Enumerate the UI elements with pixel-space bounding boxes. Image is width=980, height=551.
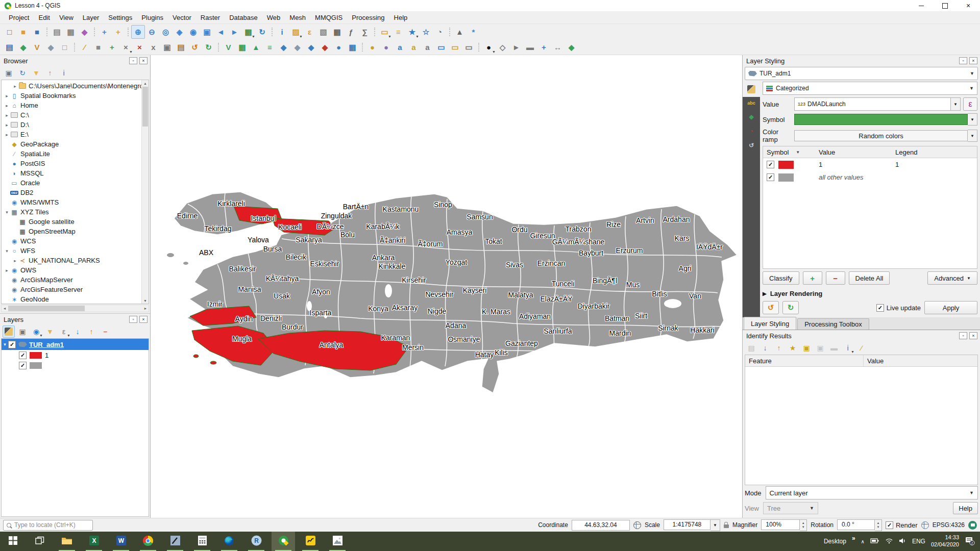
crs-globe-icon[interactable]: [921, 521, 929, 529]
add-xyz-layer[interactable]: ▦: [346, 40, 359, 54]
menu-database[interactable]: Database: [225, 12, 262, 23]
browser-float-button[interactable]: ▫: [129, 57, 137, 64]
add-vector-layer[interactable]: V: [222, 40, 235, 54]
expander-icon[interactable]: ▾: [4, 210, 10, 215]
layout-manager[interactable]: ▦: [64, 25, 78, 39]
filter-legend[interactable]: ▼: [44, 325, 56, 338]
taskbar-excel[interactable]: X: [82, 532, 106, 551]
show-bookmarks[interactable]: ☆: [419, 25, 433, 39]
expander-icon[interactable]: ▸: [4, 122, 10, 128]
browser-vertical-scrollbar[interactable]: ▲▼: [141, 80, 149, 304]
annotation-tool[interactable]: ◇: [496, 40, 509, 54]
plugin-tool-1[interactable]: +: [537, 40, 551, 54]
browser-item[interactable]: ●PostGIS: [2, 159, 141, 168]
render-checkbox[interactable]: ✓Render: [886, 521, 918, 529]
scale-bar-tool[interactable]: ▬: [523, 40, 537, 54]
expand-all[interactable]: ↓: [71, 325, 84, 338]
mmqgis-tool-2[interactable]: ●: [379, 40, 393, 54]
collapse-all[interactable]: ↑: [44, 67, 56, 79]
style-dot[interactable]: ●▼: [482, 40, 496, 54]
show-hidden-icons-chevron[interactable]: ∧: [861, 539, 865, 544]
temporal-controller[interactable]: ◔: [433, 25, 447, 39]
print-response[interactable]: ▬: [828, 342, 840, 354]
browser-item[interactable]: ▸C:\: [2, 110, 141, 120]
redo-style-button[interactable]: ↻: [782, 301, 799, 314]
new-map-view[interactable]: ▦▼: [241, 25, 255, 39]
identify-features[interactable]: i: [275, 25, 289, 39]
browser-item[interactable]: ▭Oracle: [2, 178, 141, 188]
pan-map[interactable]: +: [97, 25, 111, 39]
copy-features[interactable]: ▣: [160, 40, 174, 54]
taskbar-r-app[interactable]: R: [244, 532, 268, 551]
select-by-expression[interactable]: ε: [303, 25, 316, 39]
browser-item[interactable]: ▸D:\: [2, 120, 141, 130]
taskbar-photos[interactable]: [326, 532, 349, 551]
expander-icon[interactable]: ▸: [4, 103, 10, 108]
zoom-out[interactable]: ⊖: [145, 25, 159, 39]
zoom-to-selection[interactable]: ◉: [186, 25, 200, 39]
value-dropdown-button[interactable]: ▼: [951, 97, 961, 111]
value-field-select[interactable]: 123 DMADLaunch: [794, 97, 951, 111]
layer-checkbox[interactable]: ✓: [8, 341, 16, 348]
undo-style-button[interactable]: ↺: [763, 301, 779, 314]
layer-item-tur-adm1[interactable]: ▾✓TUR_adm1: [2, 339, 149, 350]
deselect-features[interactable]: ▧: [316, 25, 330, 39]
undo[interactable]: ↺: [188, 40, 202, 54]
clock[interactable]: 14:33 02/04/2020: [931, 534, 959, 548]
new-print-layout[interactable]: ▤: [50, 25, 64, 39]
minimize-button[interactable]: [910, 0, 933, 11]
delete-all-button[interactable]: Delete All: [849, 271, 890, 285]
feature-column-header[interactable]: Feature: [745, 355, 864, 366]
new-geopackage[interactable]: ◆: [16, 40, 30, 54]
open-attribute-table[interactable]: ▦: [330, 25, 344, 39]
filter-browser[interactable]: ▼: [30, 67, 42, 79]
battery-icon[interactable]: [870, 538, 879, 545]
open-project[interactable]: ■: [16, 25, 30, 39]
paste-features[interactable]: ▤: [174, 40, 188, 54]
menu-processing[interactable]: Processing: [347, 12, 389, 23]
zoom-last[interactable]: ◄: [214, 25, 228, 39]
zoom-next[interactable]: ►: [228, 25, 241, 39]
view-select[interactable]: Tree ▼: [763, 502, 818, 514]
desktop-toolbar-label[interactable]: Desktop: [824, 538, 846, 545]
color-ramp-button[interactable]: Random colors: [794, 130, 968, 141]
save-project[interactable]: ■: [30, 25, 44, 39]
col-value[interactable]: Value: [819, 148, 895, 156]
browser-item[interactable]: ▸C:\Users\Jane\Documents\Montenegro: [2, 81, 141, 91]
category-swatch[interactable]: [778, 161, 794, 169]
new-spatialite[interactable]: ◆: [44, 40, 58, 54]
symbol-dropdown-button[interactable]: ▼: [968, 113, 977, 126]
category-checkbox[interactable]: ✓: [767, 161, 774, 168]
new-project[interactable]: □: [3, 25, 16, 39]
messages-icon[interactable]: [968, 521, 977, 530]
menu-raster[interactable]: Raster: [196, 12, 225, 23]
label-rotate[interactable]: ▭: [448, 40, 462, 54]
new-virtual-layer[interactable]: □: [58, 40, 71, 54]
add-group[interactable]: ▣: [16, 325, 29, 338]
manage-map-themes[interactable]: ◉▼: [30, 325, 42, 338]
layers-float-button[interactable]: ▫: [129, 316, 137, 323]
renderer-select[interactable]: Categorized ▼: [763, 82, 977, 95]
browser-item[interactable]: ∕SpatiaLite: [2, 149, 141, 159]
notifications-icon[interactable]: 2: [965, 536, 975, 547]
identify-close-button[interactable]: ×: [969, 332, 977, 339]
add-oracle-layer[interactable]: ◆: [318, 40, 332, 54]
tab-labels[interactable]: abc: [747, 101, 755, 106]
expander-icon[interactable]: ▸: [4, 132, 10, 137]
taskbar-word[interactable]: W: [109, 532, 133, 551]
advanced-button[interactable]: Advanced▼: [927, 271, 977, 285]
browser-item[interactable]: ▸≺UK_NATIONAL_PARKS: [2, 256, 141, 265]
zoom-in[interactable]: ⊕: [131, 25, 145, 39]
label-change[interactable]: ▭: [462, 40, 476, 54]
close-button[interactable]: ×: [957, 0, 980, 11]
locator-search-input[interactable]: Type to locate (Ctrl+K): [3, 520, 93, 531]
field-calculator[interactable]: ƒ: [344, 25, 358, 39]
style-manager[interactable]: ◆: [78, 25, 91, 39]
menu-help[interactable]: Help: [389, 12, 412, 23]
mmqgis-tool-1[interactable]: ●: [365, 40, 379, 54]
layer-rendering-section[interactable]: ▶ Layer Rendering: [763, 288, 977, 299]
menu-edit[interactable]: Edit: [34, 12, 54, 23]
label-pin[interactable]: a: [393, 40, 407, 54]
layers-close-button[interactable]: ×: [139, 316, 148, 323]
menu-project[interactable]: Project: [4, 12, 34, 23]
